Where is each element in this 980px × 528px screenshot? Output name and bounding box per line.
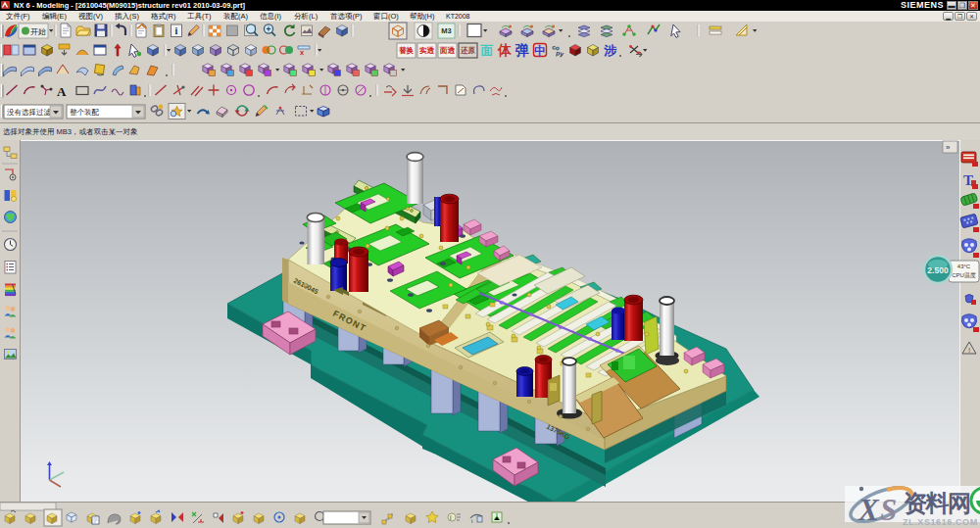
svg-text:实透: 实透 (419, 46, 435, 55)
svg-text:ZL.XS1616.COM: ZL.XS1616.COM (903, 517, 978, 527)
svg-text:S: S (880, 493, 897, 527)
svg-text:面透: 面透 (439, 46, 456, 55)
svg-text:还原: 还原 (460, 46, 476, 55)
svg-text:2.500: 2.500 (927, 265, 949, 275)
svg-text:X: X (858, 493, 880, 527)
svg-text:开始: 开始 (30, 27, 46, 36)
svg-text:弹: 弹 (514, 42, 529, 58)
svg-text:替换: 替换 (399, 46, 415, 55)
svg-text:A: A (57, 84, 67, 99)
svg-text:面: 面 (480, 43, 494, 58)
svg-text:43°C: 43°C (957, 264, 971, 269)
svg-text:i: i (175, 25, 178, 36)
svg-text:涉: 涉 (604, 43, 617, 58)
svg-text:py: py (556, 49, 564, 58)
svg-text:整个装配: 整个装配 (70, 108, 100, 117)
svg-text:i: i (471, 518, 472, 524)
svg-text:资料网: 资料网 (904, 490, 970, 516)
svg-text:体: 体 (497, 42, 512, 58)
svg-text:中: 中 (534, 44, 546, 58)
svg-text:CPU温度: CPU温度 (952, 271, 976, 279)
svg-text:M3: M3 (441, 26, 451, 35)
svg-text:!: ! (968, 346, 970, 355)
svg-text:»: » (946, 143, 951, 152)
